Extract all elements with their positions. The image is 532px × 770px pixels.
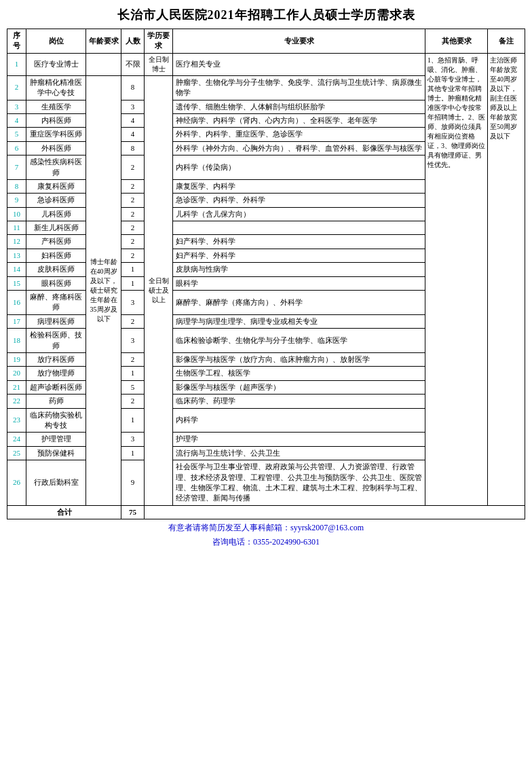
footer-phone: 咨询电话：0355-2024990-6301 [7, 536, 525, 548]
cell-count: 1 [121, 367, 145, 380]
cell-count: 8 [121, 75, 145, 100]
total-count: 75 [121, 505, 145, 519]
cell-seq: 25 [7, 446, 26, 460]
header-specialty: 专业要求 [173, 29, 425, 54]
cell-count: 2 [121, 235, 145, 249]
cell-position: 眼科医师 [26, 276, 86, 290]
cell-position: 妇科医师 [26, 249, 86, 262]
cell-note: 主治医师年龄放宽至40周岁及以下，副主任医师及以上年龄放宽至50周岁及以下 [488, 53, 525, 505]
header-age: 年龄要求 [86, 29, 121, 54]
cell-specialty: 内科学 [173, 408, 425, 433]
cell-specialty: 妇产科学、外科学 [173, 235, 425, 249]
cell-specialty: 妇产科学、外科学 [173, 249, 425, 262]
cell-position: 预防保健科 [26, 446, 86, 460]
cell-seq: 22 [7, 395, 26, 408]
cell-position: 麻醉、疼痛科医师 [26, 291, 86, 315]
cell-count: 2 [121, 155, 145, 180]
cell-seq: 16 [7, 291, 26, 315]
cell-position: 临床药物实验机构专技 [26, 408, 86, 433]
cell-specialty: 外科学（神外方向、心胸外方向）、脊科学、血管外科、影像医学与核医学 [173, 141, 425, 155]
cell-count: 4 [121, 128, 145, 141]
cell-seq: 14 [7, 263, 26, 276]
cell-seq: 4 [7, 113, 26, 127]
cell-specialty: 遗传学、细胞生物学、人体解剖与组织胚胎学 [173, 100, 425, 113]
total-empty [145, 505, 525, 519]
cell-specialty: 流行病与卫生统计学、公共卫生 [173, 446, 425, 460]
cell-position: 重症医学科医师 [26, 128, 86, 141]
cell-position: 放疗物理师 [26, 367, 86, 380]
cell-count: 不限 [121, 53, 145, 75]
header-position: 岗位 [26, 29, 86, 54]
cell-seq: 20 [7, 367, 26, 380]
cell-seq: 3 [7, 100, 26, 113]
cell-position: 放疗科医师 [26, 352, 86, 366]
cell-count: 8 [121, 141, 145, 155]
cell-count: 3 [121, 100, 145, 113]
footer-email: 有意者请将简历发至人事科邮箱：syyrsk2007@163.com [7, 522, 525, 534]
cell-seq: 23 [7, 408, 26, 433]
cell-count: 1 [121, 446, 145, 460]
cell-seq: 6 [7, 141, 26, 155]
cell-seq: 5 [7, 128, 26, 141]
cell-specialty: 病理学与病理生理学、病理专业或相关专业 [173, 314, 425, 328]
cell-position: 检验科医师、技师 [26, 329, 86, 353]
cell-position: 病理科医师 [26, 314, 86, 328]
cell-position: 内科医师 [26, 113, 86, 127]
cell-specialty: 影像医学与核医学（放疗方向、临床肿瘤方向）、放射医学 [173, 352, 425, 366]
cell-specialty: 内科学（传染病） [173, 155, 425, 180]
cell-position: 护理管理 [26, 433, 86, 446]
cell-seq: 19 [7, 352, 26, 366]
cell-position: 急诊科医师 [26, 194, 86, 207]
header-other: 其他要求 [425, 29, 488, 54]
cell-specialty: 眼科学 [173, 276, 425, 290]
cell-position: 药师 [26, 395, 86, 408]
cell-count: 2 [121, 179, 145, 193]
cell-seq: 11 [7, 221, 26, 235]
cell-specialty: 影像医学与核医学（超声医学） [173, 380, 425, 394]
cell-seq: 18 [7, 329, 26, 353]
cell-count: 9 [121, 460, 145, 506]
cell-seq: 12 [7, 235, 26, 249]
cell-count: 2 [121, 221, 145, 235]
cell-count: 3 [121, 291, 145, 315]
cell-position: 外科医师 [26, 141, 86, 155]
cell-seq: 15 [7, 276, 26, 290]
cell-seq: 17 [7, 314, 26, 328]
cell-other-req: 1、急招胃肠、呼吸、消化、肿瘤、心脏等专业博士，其他专业常年招聘博士。肿瘤精化精… [425, 53, 488, 505]
cell-specialty: 社会医学与卫生事业管理、政府政策与公共管理、人力资源管理、行政管理、技术经济及管… [173, 460, 425, 506]
cell-specialty: 肿瘤学、生物化学与分子生物学、免疫学、流行病与卫生统计学、病原微生物学 [173, 75, 425, 100]
cell-count: 3 [121, 433, 145, 446]
cell-seq: 26 [7, 460, 26, 506]
cell-position: 超声诊断科医师 [26, 380, 86, 394]
cell-specialty: 临床药学、药理学 [173, 395, 425, 408]
cell-specialty: 神经病学、内科学（肾内、心内方向）、全科医学、老年医学 [173, 113, 425, 127]
cell-seq: 1 [7, 53, 26, 75]
cell-count: 2 [121, 395, 145, 408]
cell-position: 生殖医学 [26, 100, 86, 113]
cell-position: 儿科医师 [26, 207, 86, 221]
cell-seq: 9 [7, 194, 26, 207]
cell-specialty: 麻醉学、麻醉学（疼痛方向）、外科学 [173, 291, 425, 315]
cell-specialty: 医疗相关专业 [173, 53, 425, 75]
cell-seq: 24 [7, 433, 26, 446]
cell-count: 2 [121, 194, 145, 207]
cell-age-0 [86, 53, 121, 75]
cell-edu-0: 全日制博士 [145, 53, 173, 75]
cell-position: 肿瘤精化精准医学中心专技 [26, 75, 86, 100]
cell-specialty [173, 221, 425, 235]
cell-position: 皮肤科医师 [26, 263, 86, 276]
cell-seq: 10 [7, 207, 26, 221]
cell-count: 1 [121, 276, 145, 290]
cell-count: 1 [121, 263, 145, 276]
cell-specialty: 生物医学工程、核医学 [173, 367, 425, 380]
page-title: 长治市人民医院2021年招聘工作人员硕士学历需求表 [7, 7, 525, 23]
cell-count: 2 [121, 352, 145, 366]
cell-specialty: 临床检验诊断学、生物化学与分子生物学、临床医学 [173, 329, 425, 353]
cell-count: 2 [121, 314, 145, 328]
cell-specialty: 外科学、内科学、重症医学、急诊医学 [173, 128, 425, 141]
cell-seq: 2 [7, 75, 26, 100]
cell-specialty: 护理学 [173, 433, 425, 446]
cell-specialty: 急诊医学、内科学、外科学 [173, 194, 425, 207]
cell-edu-shared: 全日制硕士及以上 [145, 75, 173, 505]
cell-count: 1 [121, 408, 145, 433]
